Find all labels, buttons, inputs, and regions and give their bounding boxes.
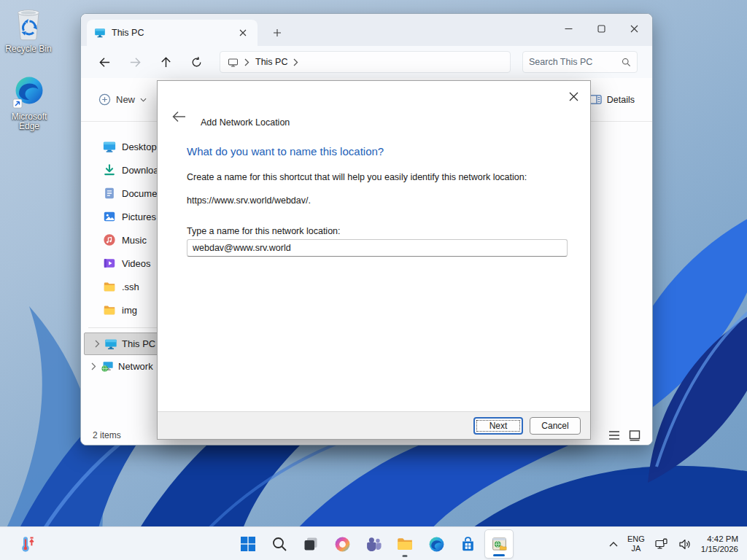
dialog-close-button[interactable] — [564, 87, 583, 106]
dialog-back-button[interactable] — [169, 107, 188, 126]
plus-icon — [273, 28, 282, 37]
maximize-button[interactable] — [585, 14, 618, 43]
tab-title: This PC — [112, 28, 230, 38]
search-button[interactable] — [265, 529, 294, 559]
search-icon — [622, 58, 631, 67]
close-window-button[interactable] — [618, 14, 651, 43]
forward-arrow-icon — [129, 56, 142, 69]
window-controls — [552, 14, 651, 46]
back-arrow-icon — [172, 111, 186, 122]
taskbar: ENG JA 4:42 PM 1/15/2 — [0, 526, 747, 560]
file-explorer-icon — [396, 535, 414, 553]
search-box[interactable] — [522, 51, 638, 73]
network-tray-button[interactable] — [654, 537, 668, 551]
cancel-button[interactable]: Cancel — [530, 417, 581, 435]
new-button[interactable]: New — [93, 89, 152, 110]
desktop-icon-recycle-bin[interactable]: Recycle Bin — [0, 6, 57, 54]
folder-icon — [103, 303, 116, 316]
next-button[interactable]: Next — [473, 417, 523, 435]
forward-button[interactable] — [122, 50, 148, 74]
tray-overflow-button[interactable] — [609, 542, 618, 547]
search-input[interactable] — [529, 57, 622, 67]
edge-button[interactable] — [422, 529, 451, 559]
details-button-label: Details — [607, 95, 635, 105]
start-button[interactable] — [233, 529, 263, 559]
back-button[interactable] — [91, 50, 117, 74]
language-secondary: JA — [627, 544, 645, 553]
language-indicator[interactable]: ENG JA — [627, 534, 645, 553]
maximize-icon — [597, 25, 605, 33]
microsoft-store-icon — [460, 536, 476, 553]
edge-icon — [12, 75, 46, 109]
network-icon — [101, 360, 114, 373]
chevron-right-icon[interactable] — [91, 362, 96, 370]
time: 4:42 PM — [701, 534, 738, 544]
microsoft-store-button[interactable] — [453, 529, 482, 559]
sidebar-item-label: .ssh — [122, 281, 139, 292]
sidebar-item-label: This PC — [122, 338, 155, 349]
music-icon — [103, 233, 116, 246]
chevron-right-icon — [244, 58, 249, 66]
volume-tray-button[interactable] — [678, 537, 692, 551]
copilot-icon — [334, 536, 351, 553]
minimize-button[interactable] — [552, 14, 585, 43]
task-view-icon — [303, 536, 319, 552]
folder-icon — [103, 280, 116, 293]
dialog-description: Create a name for this shortcut that wil… — [187, 172, 527, 182]
task-view-button[interactable] — [296, 529, 325, 559]
refresh-button[interactable] — [183, 50, 209, 74]
dialog-title: Add Network Location — [201, 117, 290, 128]
this-pc-monitor-icon — [104, 338, 117, 351]
details-button[interactable]: Details — [584, 89, 640, 110]
system-tray: ENG JA 4:42 PM 1/15/2 — [609, 527, 743, 560]
explorer-tab-this-pc[interactable]: This PC — [87, 20, 258, 46]
explorer-navbar: This PC — [81, 46, 652, 78]
location-name-input[interactable] — [187, 239, 568, 257]
add-network-wizard-icon — [491, 536, 508, 553]
large-icons-view-icon[interactable] — [629, 430, 640, 441]
add-network-location-dialog: Add Network Location What do you want to… — [157, 80, 591, 440]
computer-icon — [228, 57, 239, 68]
copilot-button[interactable] — [328, 529, 357, 559]
running-indicator — [403, 555, 408, 557]
chevron-down-icon — [140, 98, 147, 102]
widgets-button[interactable] — [10, 532, 45, 556]
explorer-titlebar[interactable]: This PC — [81, 14, 652, 46]
edge-icon — [428, 536, 445, 553]
chevron-right-icon[interactable] — [95, 340, 100, 348]
close-icon — [630, 25, 638, 33]
clock[interactable]: 4:42 PM 1/15/2026 — [701, 534, 738, 554]
search-icon — [271, 536, 287, 552]
recycle-bin-icon — [12, 6, 45, 41]
sidebar-item-label: Videos — [122, 258, 151, 269]
refresh-icon — [190, 56, 203, 69]
speaker-icon — [678, 537, 692, 551]
file-explorer-button[interactable] — [390, 529, 419, 559]
details-pane-icon — [589, 93, 602, 106]
sidebar-item-label: Music — [122, 235, 147, 246]
up-arrow-icon — [160, 56, 172, 69]
sidebar-item-label: Network — [118, 361, 153, 372]
new-tab-button[interactable] — [268, 23, 287, 42]
location-name-label: Type a name for this network location: — [187, 226, 341, 236]
documents-icon — [103, 187, 116, 200]
list-view-icon[interactable] — [608, 430, 620, 440]
items-count: 2 items — [93, 430, 121, 440]
desktop-icon-label: Microsoft Edge — [1, 112, 58, 131]
desktop-icon-microsoft-edge[interactable]: Microsoft Edge — [1, 75, 58, 131]
taskbar-center-icons — [233, 529, 514, 559]
teams-button[interactable] — [359, 529, 388, 559]
add-network-wizard-button[interactable] — [484, 529, 514, 559]
breadcrumb-this-pc[interactable]: This PC — [255, 57, 287, 67]
chevron-up-icon — [609, 542, 618, 547]
up-button[interactable] — [152, 50, 179, 74]
close-icon — [239, 29, 247, 36]
tab-close-button[interactable] — [236, 26, 250, 40]
pictures-icon — [103, 210, 116, 223]
new-button-label: New — [116, 94, 135, 105]
videos-icon — [103, 257, 116, 270]
view-toggles — [608, 430, 640, 441]
language-primary: ENG — [627, 534, 645, 544]
ethernet-network-icon — [654, 537, 668, 551]
address-bar[interactable]: This PC — [220, 51, 511, 73]
